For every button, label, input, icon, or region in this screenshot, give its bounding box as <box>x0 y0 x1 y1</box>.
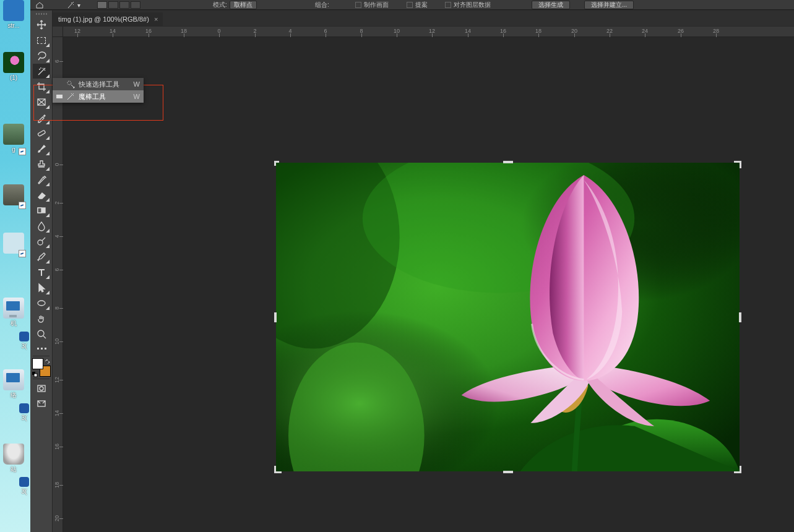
transform-handle-t[interactable] <box>503 161 513 163</box>
transform-handle-br[interactable] <box>734 466 741 473</box>
swap-colors-icon[interactable] <box>45 358 50 364</box>
shortcut-icon <box>19 202 26 209</box>
tool-wand[interactable] <box>33 64 50 79</box>
opt-chk1[interactable]: 制作画面 <box>355 0 389 10</box>
tool-path-select[interactable] <box>33 280 50 295</box>
desktop-item[interactable] <box>0 233 27 255</box>
desktop-item[interactable]: (1) <box>0 52 27 81</box>
opt-chk2[interactable]: 提案 <box>407 0 428 10</box>
tool-brush[interactable] <box>33 141 50 156</box>
tool-gradient[interactable] <box>33 203 50 218</box>
dodge-icon <box>37 236 47 247</box>
eyedropper-icon <box>37 113 47 123</box>
svg-point-16 <box>40 387 43 390</box>
divider <box>33 356 50 356</box>
opt-sample-label: 组合: <box>315 0 329 10</box>
options-bar: ▾ 模式: 取样点 组合: 制作画面 提案 对齐图层数据 选择生成 选择并建立.… <box>30 0 794 10</box>
lasso-icon <box>37 51 47 61</box>
ruler-vertical[interactable]: 6802468101214161820 <box>53 37 63 532</box>
tab-row: timg (1).jpg @ 100%(RGB/8#) × <box>30 11 794 26</box>
screenmode-icon <box>37 399 47 410</box>
desktop-item[interactable] <box>0 184 27 207</box>
hand-icon <box>37 314 47 324</box>
brush-icon <box>37 144 47 154</box>
tool-spot-heal[interactable] <box>33 126 50 140</box>
tool-lasso[interactable] <box>33 48 50 63</box>
tool-quickmask[interactable] <box>33 381 50 396</box>
tool-type[interactable] <box>33 265 50 280</box>
sel-add-icon[interactable] <box>108 1 118 9</box>
tool-hand[interactable] <box>33 311 50 326</box>
opt-selection-modes[interactable] <box>97 0 140 10</box>
tool-crop[interactable] <box>33 79 50 94</box>
tool-more[interactable] <box>33 343 50 354</box>
flyout-label: 快速选择工具 <box>79 80 119 89</box>
opt-home[interactable] <box>35 0 44 10</box>
sel-new-icon[interactable] <box>97 1 107 9</box>
transform-handle-b[interactable] <box>503 471 513 473</box>
sel-int-icon[interactable] <box>131 1 140 9</box>
tool-dodge[interactable] <box>33 234 50 249</box>
opt-btn1[interactable]: 选择生成 <box>532 0 570 10</box>
tool-move[interactable] <box>33 17 50 32</box>
tool-zoom[interactable] <box>33 327 50 341</box>
tool-screenmode[interactable] <box>33 397 50 411</box>
default-colors-icon[interactable] <box>32 371 38 377</box>
sel-sub-icon[interactable] <box>119 1 129 9</box>
desktop-item[interactable]: 站 <box>0 444 27 473</box>
tool-eyedropper[interactable] <box>33 110 50 125</box>
flyout-item-quick-select[interactable]: 快速选择工具 W <box>53 78 144 90</box>
checkbox-icon <box>445 2 451 8</box>
desktop-item-small[interactable]: 3( <box>19 477 30 495</box>
ruler-horizontal[interactable]: 121416180246810121416182022242628 <box>53 27 794 37</box>
frame-icon <box>37 97 47 108</box>
image-lotus[interactable] <box>276 163 740 471</box>
transform-handle-l[interactable] <box>274 312 277 322</box>
transform-handle-tr[interactable] <box>734 161 741 168</box>
tool-marquee[interactable] <box>33 33 50 48</box>
tool-history-brush[interactable] <box>33 172 50 187</box>
desktop-item-small[interactable]: 3( <box>19 332 30 350</box>
desktop-item[interactable]: g <box>0 124 27 153</box>
checkbox-icon <box>355 2 361 8</box>
wand-icon <box>37 66 47 77</box>
checkbox-icon <box>407 2 413 8</box>
opt-mode-label: 模式: <box>213 1 227 9</box>
quick-select-icon <box>66 80 75 88</box>
color-swatches[interactable] <box>32 358 51 377</box>
ruler-origin[interactable] <box>53 27 63 37</box>
desktop-item[interactable]: str... <box>0 0 27 29</box>
canvas[interactable] <box>63 37 794 532</box>
svg-rect-14 <box>34 374 37 377</box>
flyout-item-magic-wand[interactable]: 魔棒工具 W <box>53 90 144 103</box>
tool-flyout-menu: 快速选择工具 W 魔棒工具 W <box>53 78 144 103</box>
stamp-icon <box>37 159 47 169</box>
palette-grip[interactable] <box>30 11 52 17</box>
transform-handle-r[interactable] <box>739 312 741 322</box>
svg-rect-7 <box>37 130 45 136</box>
transform-handle-bl[interactable] <box>274 466 282 473</box>
foreground-color[interactable] <box>32 358 43 369</box>
divider <box>33 379 50 379</box>
document-tab[interactable]: timg (1).jpg @ 100%(RGB/8#) × <box>52 12 163 26</box>
tool-stamp[interactable] <box>33 157 50 171</box>
close-icon[interactable]: × <box>154 15 158 23</box>
document-tab-title: timg (1).jpg @ 100%(RGB/8#) <box>58 15 149 23</box>
tool-eraser[interactable] <box>33 187 50 202</box>
opt-btn2[interactable]: 选择并建立... <box>584 0 634 10</box>
tool-blur[interactable] <box>33 218 50 233</box>
desktop-item[interactable]: 络 <box>0 369 27 398</box>
history-brush-icon <box>37 174 47 185</box>
opt-mode-value[interactable]: 取样点 <box>230 1 257 9</box>
transform-handle-tl[interactable] <box>274 161 282 168</box>
desktop-item[interactable]: 机 <box>0 298 27 327</box>
tool-shape[interactable] <box>33 296 50 311</box>
desktop-item-small[interactable]: 3( <box>19 403 30 421</box>
zoom-icon <box>37 329 47 340</box>
image-transform-box[interactable] <box>274 161 741 473</box>
opt-tool-preview[interactable]: ▾ <box>66 0 80 10</box>
tool-pen[interactable] <box>33 249 50 264</box>
svg-rect-9 <box>38 208 41 213</box>
tool-frame[interactable] <box>33 95 50 109</box>
opt-chk3[interactable]: 对齐图层数据 <box>445 0 491 10</box>
